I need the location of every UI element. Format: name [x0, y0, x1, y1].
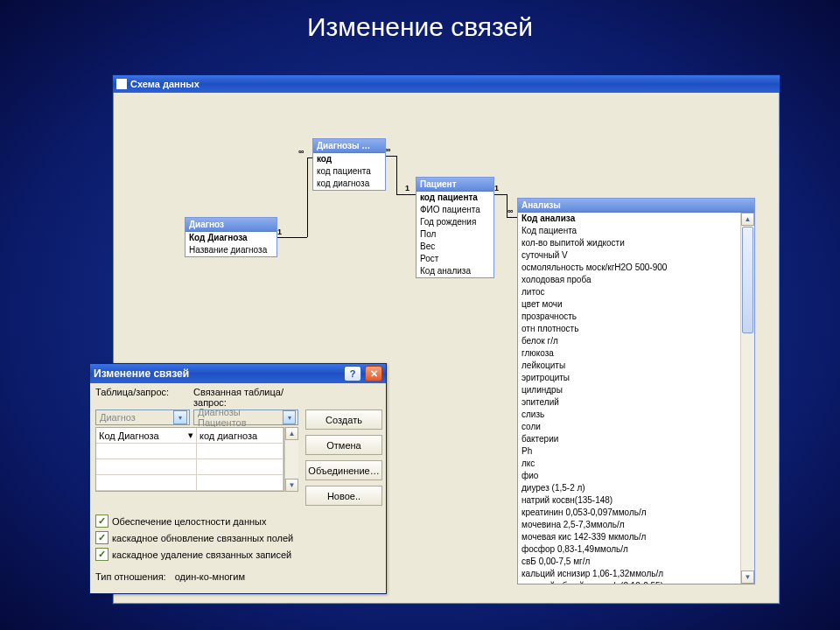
table-field[interactable]: кальций общий ммоль/л(2,10-2,55): [518, 580, 741, 584]
scroll-thumb[interactable]: [742, 227, 753, 333]
check-icon: ✓: [95, 548, 108, 561]
dialog-title: Изменение связей: [94, 368, 189, 380]
table-field[interactable]: мочевина 2,5-7,3ммоль/л: [518, 519, 741, 531]
table-field[interactable]: диурез (1,5-2 л): [518, 482, 741, 494]
checkbox-label: Обеспечение целостности данных: [112, 516, 266, 527]
table-field[interactable]: отн плотность: [518, 323, 741, 335]
table-field[interactable]: Год рождения: [416, 216, 494, 228]
table-field[interactable]: ФИО пациента: [416, 204, 494, 216]
table-field[interactable]: Вес: [416, 241, 494, 253]
grid-cell-empty[interactable]: [96, 444, 197, 459]
table-field[interactable]: лкс: [518, 458, 741, 470]
table-field[interactable]: Код пациента: [518, 225, 741, 237]
grid-cell-empty[interactable]: [197, 459, 284, 475]
label-related-table-query: Связанная таблица/запрос:: [193, 387, 298, 408]
combo-value: Диагноз: [100, 412, 136, 423]
new-button[interactable]: Новое..: [305, 486, 382, 506]
slide-title: Изменение связей: [0, 0, 840, 49]
table-field[interactable]: прозрачность: [518, 311, 741, 323]
table-field[interactable]: цвет мочи: [518, 298, 741, 311]
table-field[interactable]: Код Диагноза: [186, 232, 276, 244]
schema-titlebar: Схема данных: [113, 75, 780, 93]
label-relation-type: Тип отношения:: [95, 571, 166, 582]
grid-cell-empty[interactable]: [96, 475, 197, 491]
table-field[interactable]: фосфор 0,83-1,49ммоль/л: [518, 543, 741, 556]
table-analizy[interactable]: Анализы Код анализаКод пациентакол-во вы…: [517, 198, 755, 584]
table-header: Пациент: [416, 178, 494, 192]
table-field[interactable]: Рост: [416, 253, 494, 265]
scrollbar[interactable]: ▲ ▼: [740, 213, 754, 584]
check-icon: ✓: [95, 514, 108, 528]
edit-relationships-dialog[interactable]: Изменение связей ? ✕ Таблица/запрос: Свя…: [89, 363, 387, 594]
cancel-button[interactable]: Отмена: [305, 435, 382, 455]
table-field[interactable]: креатинин 0,053-0,097ммоль/л: [518, 507, 741, 519]
table-header: Анализы: [518, 199, 754, 213]
table-field[interactable]: литос: [518, 286, 741, 298]
combo-value: Диагнозы Пациентов: [198, 407, 283, 428]
relation-grid[interactable]: Код Диагноза ▾ код диагноза: [95, 427, 284, 492]
table-field[interactable]: код пациента: [416, 192, 494, 204]
table-field[interactable]: мочевая кис 142-339 мкмоль/л: [518, 531, 741, 543]
close-button[interactable]: ✕: [365, 366, 382, 382]
table-field[interactable]: Ph: [518, 445, 741, 458]
table-field[interactable]: код пациента: [313, 165, 385, 178]
table-field[interactable]: эритроциты: [518, 372, 741, 384]
checkbox-integrity[interactable]: ✓ Обеспечение целостности данных: [95, 514, 381, 528]
cardinality-many: ∞: [508, 206, 513, 215]
join-button[interactable]: Объединение…: [305, 460, 382, 480]
grid-right-field[interactable]: код диагноза: [197, 428, 284, 444]
check-icon: ✓: [95, 531, 108, 544]
chevron-down-icon: ▾: [173, 410, 187, 424]
table-diagnoz[interactable]: Диагноз Код ДиагнозаНазвание диагноза: [185, 217, 277, 257]
table-field[interactable]: кол-во выпитой жидкости: [518, 237, 741, 249]
grid-cell-empty[interactable]: [197, 475, 284, 491]
table-field[interactable]: свБ 0,00-7,5 мг/л: [518, 556, 741, 568]
create-button[interactable]: Создать: [305, 410, 382, 430]
table-field[interactable]: цилиндры: [518, 384, 741, 396]
table-field[interactable]: фио: [518, 470, 741, 482]
table-field[interactable]: слизь: [518, 409, 741, 421]
label-table-query: Таблица/запрос:: [95, 387, 190, 408]
app-icon: [116, 79, 127, 89]
help-button[interactable]: ?: [344, 366, 361, 382]
scroll-down[interactable]: ▼: [285, 479, 298, 492]
grid-left-field[interactable]: Код Диагноза ▾: [96, 428, 197, 444]
table-field[interactable]: осмоляльность моск/кгH2O 500-900: [518, 262, 741, 274]
table-field[interactable]: кальций иснизир 1,06-1,32ммоль/л: [518, 568, 741, 580]
table-field[interactable]: Название диагноза: [186, 244, 276, 256]
table-diagnozy[interactable]: Диагнозы … кодкод пациентакод диагноза: [312, 138, 386, 191]
table-field[interactable]: бактерии: [518, 433, 741, 445]
table-field[interactable]: Пол: [416, 228, 494, 241]
table-field[interactable]: Код анализа: [416, 265, 494, 277]
table-field[interactable]: лейкоциты: [518, 360, 741, 372]
table-field[interactable]: Код анализа: [518, 213, 741, 225]
table-pacient[interactable]: Пациент код пациентаФИО пациентаГод рожд…: [416, 177, 494, 278]
cardinality-one: 1: [494, 184, 499, 192]
table-field[interactable]: холодовая проба: [518, 274, 741, 286]
cardinality-one: 1: [277, 228, 282, 236]
table-header: Диагноз: [186, 218, 276, 232]
chevron-down-icon: ▾: [188, 430, 193, 441]
grid-cell-empty[interactable]: [197, 444, 284, 459]
cardinality-one: 1: [405, 184, 410, 192]
checkbox-cascade-update[interactable]: ✓ каскадное обновление связанных полей: [95, 531, 381, 544]
scroll-up[interactable]: ▲: [741, 213, 754, 226]
scroll-up[interactable]: ▲: [285, 427, 298, 440]
checkbox-cascade-delete[interactable]: ✓ каскадное удаление связанных записей: [95, 548, 381, 561]
table-field[interactable]: глюкоза: [518, 347, 741, 360]
table-header: Диагнозы …: [313, 139, 385, 153]
table-field[interactable]: белок г/л: [518, 335, 741, 347]
combo-left-table[interactable]: Диагноз ▾: [95, 410, 190, 425]
grid-cell-empty[interactable]: [96, 459, 197, 475]
table-field[interactable]: код: [313, 153, 385, 165]
table-field[interactable]: код диагноза: [313, 178, 385, 190]
scroll-down[interactable]: ▼: [741, 570, 754, 584]
combo-right-table[interactable]: Диагнозы Пациентов ▾: [193, 410, 298, 425]
table-field[interactable]: натрий косвн(135-148): [518, 494, 741, 507]
table-field[interactable]: соли: [518, 421, 741, 433]
grid-scroll[interactable]: ▲ ▼: [284, 427, 298, 492]
table-field[interactable]: эпителий: [518, 396, 741, 409]
dialog-titlebar[interactable]: Изменение связей ? ✕: [90, 364, 386, 383]
table-field[interactable]: суточный V: [518, 249, 741, 262]
schema-window-title: Схема данных: [130, 79, 200, 89]
